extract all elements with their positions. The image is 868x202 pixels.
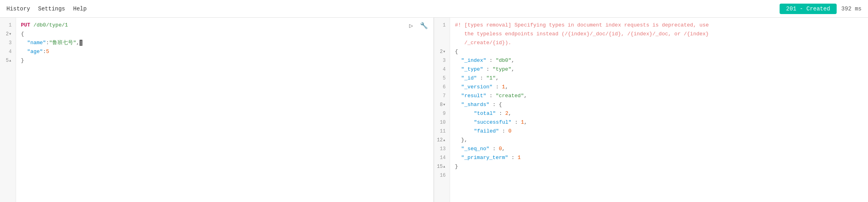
r-code-line-10: "successful" : 1, [455,118,863,127]
r-code-line-5: "_id" : "1", [455,74,863,83]
r-code-line-2: { [455,47,863,56]
code-line-3: "name":"鲁班七号",| [21,39,429,47]
code-line-2: { [21,30,429,39]
r-code-line-7: "result" : "created", [455,92,863,100]
r-line-num-12: 12▴ [434,136,450,145]
left-line-numbers: 1 2▾ 3 4 5▴ [0,18,16,202]
status-area: 201 - Created 392 ms [780,4,862,14]
r-line-num-6: 6 [434,83,450,92]
r-line-num-2: 2▾ [434,47,450,56]
r-line-num-8: 8▾ [434,100,450,109]
r-line-num-3: 3 [434,56,450,65]
r-code-line-15: } [455,162,863,171]
r-code-line-13: "_seq_no" : 0, [455,145,863,153]
r-line-num-1: 1 [434,21,450,30]
r-code-line-c1: the typeless endpoints instead (/{index}… [455,30,863,39]
wrench-icon[interactable]: 🔧 [419,21,429,31]
r-line-num-10: 10 [434,118,450,127]
r-code-line-3: "_index" : "db0", [455,56,863,65]
status-badge: 201 - Created [780,4,836,14]
r-line-num-4: 4 [434,65,450,74]
line-num-5: 5▴ [0,56,16,65]
r-code-line-12: }, [455,136,863,145]
line-num-4: 4 [0,47,16,56]
run-icon[interactable]: ▷ [406,21,416,31]
r-line-num-c2 [434,39,450,47]
r-line-num-15: 15▴ [434,162,450,171]
nav-settings[interactable]: Settings [38,4,65,14]
r-code-line-4: "_type" : "type", [455,65,863,74]
right-code-content: #! [types removal] Specifying types in d… [450,18,868,202]
editor-toolbar: ▷ 🔧 [406,21,429,31]
right-panel: 1 2▾ 3 4 5 6 7 8▾ 9 10 11 12▴ 13 14 15▴ … [434,18,868,202]
nav-history[interactable]: History [6,4,30,14]
left-code-content[interactable]: PUT /db0/type/1 { "name":"鲁班七号",| "age":… [16,18,434,202]
r-line-num-c1 [434,30,450,39]
line-num-1: 1 [0,21,16,30]
r-code-line-9: "total" : 2, [455,109,863,118]
r-code-line-14: "_primary_term" : 1 [455,153,863,162]
code-line-1: PUT /db0/type/1 [21,21,429,30]
r-line-num-16: 16 [434,171,450,180]
left-editor[interactable]: 1 2▾ 3 4 5▴ PUT /db0/type/1 { "name":"鲁班… [0,18,434,202]
code-line-5: } [21,56,429,65]
r-line-num-9: 9 [434,109,450,118]
r-code-line-11: "failed" : 0 [455,127,863,136]
r-code-line-c2: /_create/{id}). [455,39,863,47]
line-num-2: 2▾ [0,30,16,39]
r-code-line-16 [455,171,863,180]
r-line-num-13: 13 [434,145,450,153]
r-code-line-1: #! [types removal] Specifying types in d… [455,21,863,30]
nav-menu: History Settings Help [6,4,87,14]
main-content: 1 2▾ 3 4 5▴ PUT /db0/type/1 { "name":"鲁班… [0,18,868,202]
r-line-num-7: 7 [434,92,450,100]
r-code-line-8: "_shards" : { [455,100,863,109]
response-time: 392 ms [841,6,862,12]
r-code-line-6: "_version" : 1, [455,83,863,92]
left-panel: 1 2▾ 3 4 5▴ PUT /db0/type/1 { "name":"鲁班… [0,18,434,202]
line-num-3: 3 [0,39,16,47]
code-line-4: "age":5 [21,47,429,56]
r-line-num-11: 11 [434,127,450,136]
right-line-numbers: 1 2▾ 3 4 5 6 7 8▾ 9 10 11 12▴ 13 14 15▴ … [434,18,450,202]
r-line-num-5: 5 [434,74,450,83]
top-bar: History Settings Help 201 - Created 392 … [0,0,868,18]
r-line-num-14: 14 [434,153,450,162]
right-editor: 1 2▾ 3 4 5 6 7 8▾ 9 10 11 12▴ 13 14 15▴ … [434,18,868,202]
nav-help[interactable]: Help [73,4,87,14]
